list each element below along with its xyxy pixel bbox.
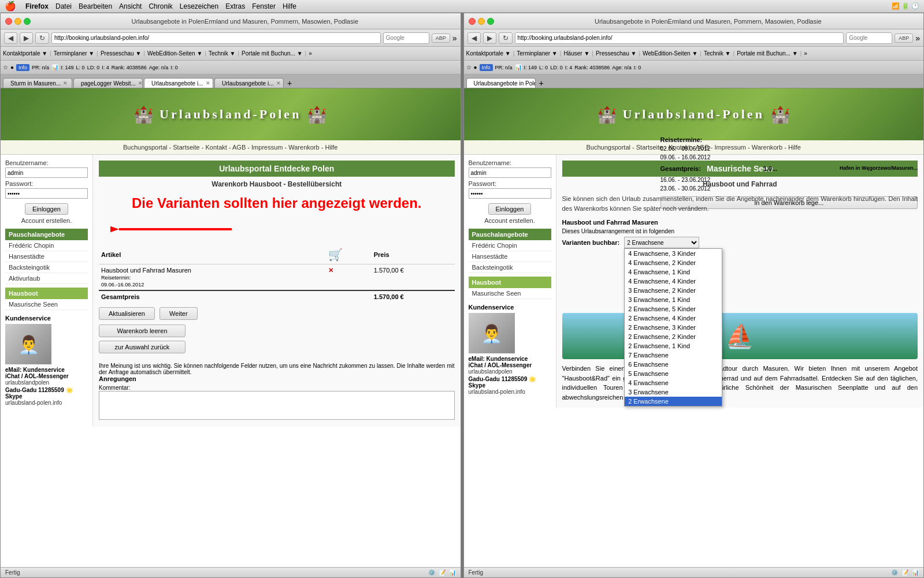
menu-lesezeichen[interactable]: Lesezeichen <box>180 2 218 10</box>
left-ext-termin[interactable]: Terminplaner ▼ <box>54 50 94 57</box>
left-ks-email[interactable]: eMail: Kundenservice <box>5 367 88 373</box>
apple-menu[interactable]: 🍎 <box>5 1 16 12</box>
right-date-0[interactable]: 02.06. - 09.06.2012 <box>660 144 918 153</box>
left-ext-web[interactable]: WebEdition-Seiten ▼ <box>147 50 202 57</box>
left-ks-skype-val[interactable]: urlaubsland-polen.info <box>5 400 88 406</box>
left-nav-impressum[interactable]: Impressum <box>251 144 283 151</box>
right-varianten-select[interactable]: 4 Erwachsene, 3 Kinder4 Erwachsene, 2 Ki… <box>624 237 699 248</box>
left-sidebar-chopin[interactable]: Frédéric Chopin <box>5 240 88 251</box>
dropdown-item-14[interactable]: 4 Erwachsene <box>625 378 722 387</box>
left-info-badge[interactable]: Info <box>16 64 29 71</box>
dropdown-item-6[interactable]: 2 Erwachsene, 5 Kinder <box>625 304 722 314</box>
menu-hilfe[interactable]: Hilfe <box>283 2 296 10</box>
right-info-badge[interactable]: Info <box>480 64 493 71</box>
dropdown-item-16[interactable]: 2 Erwachsene <box>625 397 722 406</box>
left-nav-kontakt[interactable]: Kontakt <box>206 144 227 151</box>
left-ext-kontakt[interactable]: Kontaktportale ▼ <box>3 50 47 57</box>
right-sidebar-hanse[interactable]: Hansestädte <box>469 251 551 262</box>
dropdown-item-13[interactable]: 5 Erwachsene <box>625 369 722 378</box>
left-maximize-btn[interactable] <box>24 18 31 25</box>
right-forward-btn[interactable]: ▶ <box>483 32 496 44</box>
left-ext-presse[interactable]: Presseschau ▼ <box>101 50 141 57</box>
left-sidebar-hanse[interactable]: Hansestädte <box>5 251 88 262</box>
menu-bearbeiten[interactable]: Bearbeiten <box>79 2 112 10</box>
right-sidebar-chopin[interactable]: Frédéric Chopin <box>469 240 551 251</box>
left-tab2-close[interactable]: ✕ <box>138 80 143 86</box>
left-nav-agb[interactable]: AGB <box>232 144 246 151</box>
right-ext-more[interactable]: » <box>804 50 807 57</box>
left-account-link[interactable]: Account erstellen. <box>5 217 88 224</box>
dropdown-item-5[interactable]: 3 Erwachsene, 1 Kind <box>625 295 722 304</box>
right-ext-portale[interactable]: Portale mit Buchun... ▼ <box>737 50 798 57</box>
left-nav-warenkorb[interactable]: Warenkorb <box>288 144 319 151</box>
menu-datei[interactable]: Datei <box>55 2 72 10</box>
right-abp-btn[interactable]: ABP <box>895 33 913 43</box>
left-back-btn[interactable]: ◀ <box>4 32 17 44</box>
left-new-tab-btn[interactable]: + <box>285 79 294 88</box>
left-ks-ichat-val[interactable]: urlaubslandpolen <box>5 379 88 386</box>
right-extra-btn[interactable]: » <box>915 33 920 43</box>
right-date-3[interactable]: 23.06. - 30.06.2012 <box>660 184 918 193</box>
right-search-bar[interactable] <box>846 32 892 44</box>
right-ext-presse[interactable]: Presseschau ▼ <box>596 50 636 57</box>
left-tab1-close[interactable]: ✕ <box>63 80 68 86</box>
right-ext-termin[interactable]: Terminplaner ▼ <box>517 50 557 57</box>
left-sidebar-backstein[interactable]: Backsteingotik <box>5 262 88 273</box>
left-tab4-close[interactable]: ✕ <box>276 80 281 86</box>
left-password-input[interactable] <box>5 188 88 199</box>
left-minimize-btn[interactable] <box>14 18 21 25</box>
right-dropdown-overlay[interactable]: 4 Erwachsene, 3 Kinder 4 Erwachsene, 2 K… <box>624 248 722 407</box>
right-account-link[interactable]: Account erstellen. <box>469 217 551 224</box>
left-close-btn[interactable] <box>5 18 12 25</box>
menu-ansicht[interactable]: Ansicht <box>119 2 142 10</box>
right-sidebar-backstein[interactable]: Backsteingotik <box>469 262 551 273</box>
right-nav-startseite[interactable]: Startseite <box>636 144 663 151</box>
left-login-btn[interactable]: Einloggen <box>25 203 68 215</box>
left-zurueck-btn[interactable]: zur Auswahl zurück <box>99 341 185 353</box>
menu-fenster[interactable]: Fenster <box>252 2 276 10</box>
dropdown-item-4[interactable]: 3 Erwachsene, 2 Kinder <box>625 286 722 295</box>
left-kommentar-textarea[interactable] <box>99 391 455 420</box>
dropdown-item-10[interactable]: 2 Erwachsene, 1 Kind <box>625 341 722 350</box>
right-username-input[interactable] <box>469 167 551 178</box>
dropdown-item-8[interactable]: 2 Erwachsene, 3 Kinder <box>625 323 722 332</box>
right-maximize-btn[interactable] <box>487 18 494 25</box>
menu-chronik[interactable]: Chronik <box>149 2 172 10</box>
right-tab-1[interactable]: Urlaubsangebote in PolenErmland... ✕ <box>466 78 536 88</box>
left-reload-btn[interactable]: ↻ <box>35 32 49 44</box>
left-tab-2[interactable]: pageLogger Websit... ✕ <box>73 78 143 88</box>
right-url-bar[interactable] <box>515 32 844 44</box>
right-back-btn[interactable]: ◀ <box>467 32 481 44</box>
right-ext-technik[interactable]: Technik ▼ <box>704 50 731 57</box>
right-reload-btn[interactable]: ↻ <box>499 32 513 44</box>
dropdown-item-9[interactable]: 2 Erwachsene, 2 Kinder <box>625 332 722 341</box>
dropdown-item-11[interactable]: 7 Erwachsene <box>625 350 722 360</box>
left-search-bar[interactable] <box>383 32 429 44</box>
left-aktualisieren-btn[interactable]: Aktualisieren <box>99 307 155 320</box>
right-ext-haeuser[interactable]: Häuser ▼ <box>563 50 589 57</box>
left-abp-btn[interactable]: ABP <box>432 33 450 43</box>
left-page-content[interactable]: 🏰 Urlaubsland-Polen 🏰 Buchungsportal - S… <box>1 88 461 567</box>
right-date-1[interactable]: 09.06. - 16.06.2012 <box>660 153 918 162</box>
dropdown-item-0[interactable]: 4 Erwachsene, 3 Kinder <box>625 249 722 258</box>
left-tab-1[interactable]: Sturm in Masuren... ✕ <box>3 78 72 88</box>
dropdown-item-2[interactable]: 4 Erwachsene, 1 Kind <box>625 267 722 277</box>
left-sidebar-aktiv[interactable]: Aktivurlaub <box>5 273 88 284</box>
menu-extras[interactable]: Extras <box>225 2 245 10</box>
right-new-tab-btn[interactable]: + <box>537 79 546 88</box>
left-extra-btn[interactable]: » <box>452 33 457 43</box>
left-nav-hilfe[interactable]: Hilfe <box>325 144 337 151</box>
right-password-input[interactable] <box>469 188 551 199</box>
right-ext-web[interactable]: WebEdition-Seiten ▼ <box>643 50 697 57</box>
left-nav-buchungsportal[interactable]: Buchungsportal <box>123 144 167 151</box>
right-minimize-btn[interactable] <box>478 18 485 25</box>
left-tab-3[interactable]: Urlaubsangebote i... ✕ <box>144 78 213 88</box>
left-url-bar[interactable] <box>51 32 381 44</box>
right-ks-email[interactable]: eMail: Kundenservice <box>469 356 551 362</box>
left-tab3-close[interactable]: ✕ <box>206 80 210 86</box>
dropdown-item-12[interactable]: 6 Erwachsene <box>625 360 722 369</box>
dropdown-item-3[interactable]: 4 Erwachsene, 4 Kinder <box>625 277 722 286</box>
left-cart-remove-btn[interactable]: ✕ <box>326 264 372 291</box>
dropdown-item-15[interactable]: 3 Erwachsene <box>625 387 722 397</box>
left-weiter-btn[interactable]: Weiter <box>159 307 198 320</box>
